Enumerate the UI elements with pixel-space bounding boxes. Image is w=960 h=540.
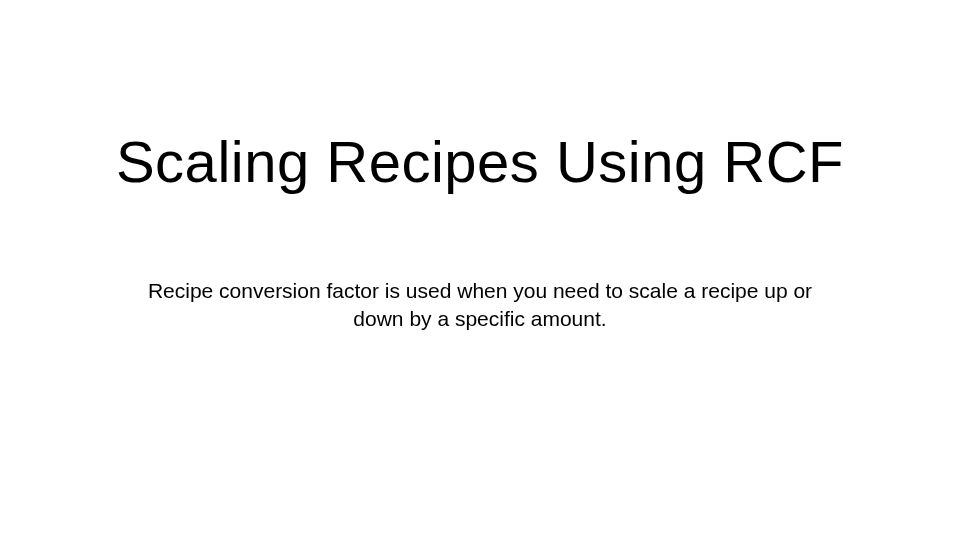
slide-container: Scaling Recipes Using RCF Recipe convers…	[0, 0, 960, 540]
slide-body-text: Recipe conversion factor is used when yo…	[120, 277, 840, 334]
slide-title: Scaling Recipes Using RCF	[116, 128, 844, 195]
